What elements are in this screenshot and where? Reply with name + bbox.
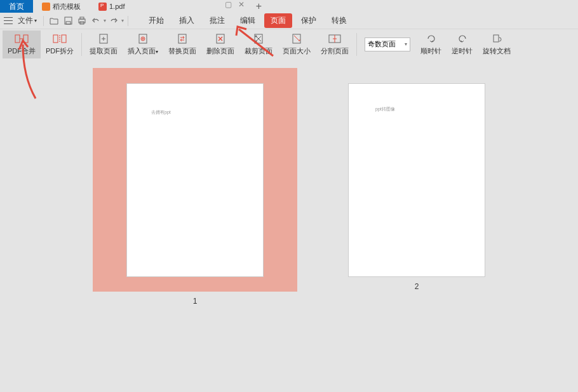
page-1-content: 去拥有ppt <box>126 83 264 277</box>
svg-rect-1 <box>66 22 71 24</box>
tab-label: 1.pdf <box>109 3 124 10</box>
tool-rotate-ccw[interactable]: 逆时针 <box>447 30 478 58</box>
tab-close-icon[interactable]: ✕ <box>238 0 245 13</box>
redo-icon[interactable] <box>107 15 120 27</box>
tab-window-controls: ▢ ✕ <box>225 0 250 13</box>
menu-bar: 文件 ▾ ▾ ▾ 开始 插入 批注 编辑 页面 保护 转换 <box>0 13 578 29</box>
page-select-value: 奇数页面 <box>368 39 396 49</box>
insert-page-icon <box>136 32 150 45</box>
undo-icon[interactable] <box>90 15 102 27</box>
rotate-doc-icon <box>490 32 504 45</box>
svg-rect-7 <box>53 35 58 43</box>
open-folder-icon[interactable] <box>48 15 60 27</box>
page-size-icon <box>290 32 304 45</box>
page-thumb-2[interactable]: ppt转图像 <box>348 83 485 277</box>
page-2-text: ppt转图像 <box>375 106 395 112</box>
extract-page-icon <box>97 32 111 45</box>
tab-template[interactable]: 稻壳模板 <box>33 0 90 13</box>
crop-page-icon <box>252 32 265 45</box>
tool-label: 分割页面 <box>321 46 349 56</box>
rotate-ccw-icon <box>455 32 469 45</box>
separator <box>356 33 357 56</box>
tool-label: PDF合并 <box>8 46 36 56</box>
rotate-cw-icon <box>424 32 438 45</box>
menu-page[interactable]: 页面 <box>264 13 292 28</box>
svg-rect-19 <box>494 35 499 42</box>
svg-rect-6 <box>24 35 28 43</box>
tool-label: 旋转文档 <box>483 46 511 56</box>
redo-dropdown-icon[interactable]: ▾ <box>121 18 124 24</box>
page-thumb-2-wrap: ppt转图像 2 <box>348 68 485 291</box>
page-thumb-1-wrap: 去拥有ppt 1 <box>93 68 297 306</box>
tool-label: 插入页面▾ <box>128 46 158 56</box>
window-minimize-icon[interactable]: ▢ <box>225 0 232 13</box>
file-menu[interactable]: 文件 ▾ <box>15 15 39 26</box>
menu-insert[interactable]: 插入 <box>173 13 201 28</box>
page-thumbnail-area: 去拥有ppt 1 ppt转图像 2 <box>0 59 578 392</box>
menu-convert[interactable]: 转换 <box>325 13 353 28</box>
svg-rect-17 <box>293 34 300 43</box>
separator <box>43 16 44 26</box>
undo-dropdown-icon[interactable]: ▾ <box>104 18 106 24</box>
delete-page-icon <box>213 32 227 45</box>
tool-label: 裁剪页面 <box>245 46 272 56</box>
tab-pdf[interactable]: 1.pdf <box>90 0 136 13</box>
svg-rect-5 <box>15 35 20 43</box>
separator <box>81 33 82 56</box>
tool-label: 顺时针 <box>420 46 441 56</box>
tool-crop-page[interactable]: 裁剪页面 <box>239 30 278 58</box>
tool-rotate-cw[interactable]: 顺时针 <box>415 30 447 58</box>
tool-delete-page[interactable]: 删除页面 <box>201 30 239 58</box>
tool-insert-page[interactable]: 插入页面▾ <box>123 30 163 58</box>
menu-edit[interactable]: 编辑 <box>234 13 262 28</box>
hamburger-icon[interactable] <box>4 17 13 24</box>
tool-label: 页面大小 <box>283 46 311 56</box>
pdf-split-icon <box>53 32 67 45</box>
tool-page-size[interactable]: 页面大小 <box>278 30 316 58</box>
pdf-file-icon <box>98 3 107 11</box>
print-icon[interactable] <box>76 15 88 27</box>
separator <box>128 16 128 26</box>
tool-pdf-split[interactable]: PDF拆分 <box>41 30 79 58</box>
split-page-icon <box>328 32 342 45</box>
page-1-text: 去拥有ppt <box>151 109 171 116</box>
page-2-number: 2 <box>415 282 419 291</box>
page-thumb-1[interactable]: 去拥有ppt <box>93 68 297 292</box>
menu-comment[interactable]: 批注 <box>203 13 231 28</box>
toolbar: PDF合并 PDF拆分 提取页面 插入页面▾ 替换页面 删除页面 裁剪 <box>0 29 578 59</box>
tool-pdf-merge[interactable]: PDF合并 <box>3 30 41 58</box>
tool-label: 逆时针 <box>452 46 473 56</box>
tool-label: 删除页面 <box>206 46 234 56</box>
main-menu: 开始 插入 批注 编辑 页面 保护 转换 <box>142 13 353 28</box>
tool-label: 替换页面 <box>168 46 196 56</box>
menu-protect[interactable]: 保护 <box>295 13 323 28</box>
tool-label: PDF拆分 <box>46 46 74 56</box>
menu-start[interactable]: 开始 <box>142 13 170 28</box>
page-1-number: 1 <box>193 297 198 306</box>
tab-home[interactable]: 首页 <box>0 0 33 13</box>
svg-point-15 <box>255 41 257 43</box>
tool-rotate-doc[interactable]: 旋转文档 <box>478 30 516 58</box>
save-icon[interactable] <box>62 15 74 27</box>
file-menu-label: 文件 <box>18 15 33 26</box>
svg-rect-12 <box>178 34 186 43</box>
chevron-down-icon: ▾ <box>405 41 407 47</box>
template-icon <box>42 3 50 11</box>
tool-extract-page[interactable]: 提取页面 <box>84 30 123 58</box>
chevron-down-icon: ▾ <box>34 18 37 24</box>
tab-label: 稻壳模板 <box>53 2 81 11</box>
tool-split-page[interactable]: 分割页面 <box>316 30 354 58</box>
tab-add-button[interactable]: + <box>250 0 267 13</box>
tool-replace-page[interactable]: 替换页面 <box>163 30 201 58</box>
pdf-merge-icon <box>15 32 29 45</box>
tab-bar: 首页 稻壳模板 1.pdf ▢ ✕ + <box>0 0 578 13</box>
page-select-dropdown[interactable]: 奇数页面 ▾ <box>365 37 410 51</box>
svg-rect-8 <box>62 35 66 43</box>
tool-label: 提取页面 <box>90 46 118 56</box>
svg-point-16 <box>255 36 257 37</box>
replace-page-icon <box>175 32 189 45</box>
svg-rect-3 <box>80 17 84 19</box>
